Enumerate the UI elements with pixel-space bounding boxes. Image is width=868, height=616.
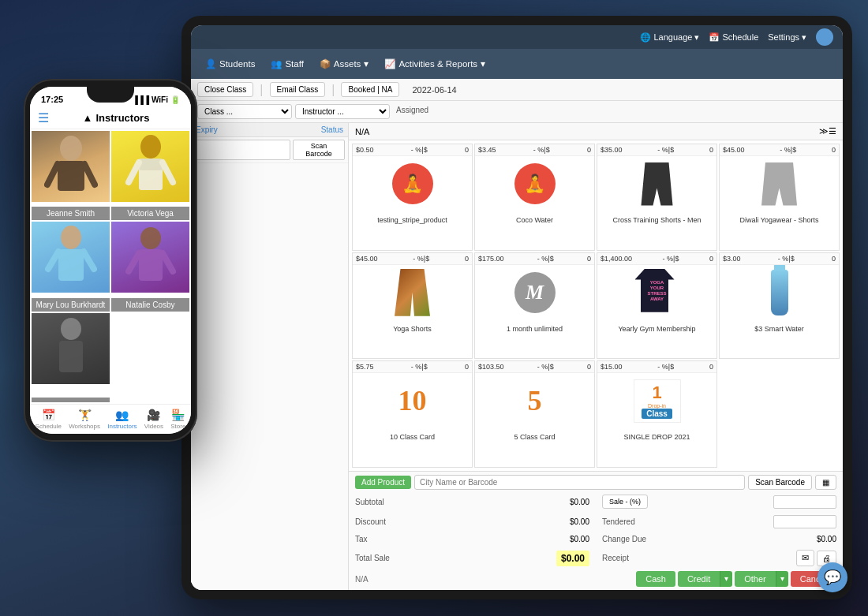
product-price: $35.00 xyxy=(600,146,623,154)
chevron-down-icon: ▾ xyxy=(802,32,806,43)
phone-time: 17:25 xyxy=(41,95,63,104)
credit-arrow[interactable]: ▾ xyxy=(720,571,732,587)
instructor-card[interactable] xyxy=(32,313,110,402)
svg-point-13 xyxy=(58,259,71,278)
nav-students[interactable]: 👤 Students xyxy=(197,54,263,74)
discount-value: $0.00 xyxy=(570,517,589,526)
add-product-button[interactable]: Add Product xyxy=(355,476,411,489)
shorts-image xyxy=(638,162,677,206)
product-card[interactable]: $3.00 - %|$ 0 $3 Smart Water xyxy=(719,252,840,360)
product-card[interactable]: $15.00 - %|$ 0 1 Drop-in Class xyxy=(597,360,717,468)
tendered-label: Tendered xyxy=(602,517,635,526)
product-search-input[interactable] xyxy=(414,475,745,490)
yoga-shorts-image xyxy=(393,269,432,316)
instructor-card[interactable]: Victoria Vega xyxy=(111,131,189,220)
phone-search-input[interactable] xyxy=(194,140,290,160)
product-image: 🧘 xyxy=(353,156,472,211)
subtotal-label: Subtotal xyxy=(355,498,384,506)
product-qty: 0 xyxy=(832,146,836,154)
language-menu[interactable]: 🌐 Language ▾ xyxy=(640,32,699,43)
product-card[interactable]: $45.00 - %|$ 0 Yoga Shorts xyxy=(352,252,473,360)
svg-line-3 xyxy=(84,164,95,185)
svg-line-17 xyxy=(163,253,173,271)
chevron-down-icon: ▾ xyxy=(481,58,485,69)
instructor-select[interactable]: Instructor ... xyxy=(295,104,390,119)
class-select[interactable]: Class ... xyxy=(197,104,292,119)
nav-label: Store xyxy=(170,423,185,430)
email-class-button[interactable]: Email Class xyxy=(270,82,326,97)
nav-activities[interactable]: 📈 Activities & Reports ▾ xyxy=(376,54,493,74)
product-card[interactable]: $1,400.00 - %|$ 0 YOGAYOURSTRESSAWAY Y xyxy=(597,252,717,360)
total-value: $0.00 xyxy=(556,551,589,566)
other-arrow[interactable]: ▾ xyxy=(776,571,788,587)
tax-label: Tax xyxy=(355,535,368,543)
product-card[interactable]: $35.00 - %|$ 0 Cross Training Shorts - M… xyxy=(597,144,717,251)
hamburger-icon[interactable]: ☰ xyxy=(38,110,49,125)
nav-workshops[interactable]: 🏋 Workshops xyxy=(69,409,100,430)
chat-icon: 💬 xyxy=(824,569,841,586)
cash-button[interactable]: Cash xyxy=(636,571,675,587)
chevron-down-icon: ▾ xyxy=(364,58,369,69)
pos-search-row: Add Product Scan Barcode ▦ xyxy=(355,475,836,490)
nav-store[interactable]: 🏪 Store xyxy=(170,409,185,430)
product-card[interactable]: $0.50 - %|$ 0 🧘 testing_stripe_product xyxy=(352,144,473,251)
nav-assets[interactable]: 📦 Assets ▾ xyxy=(312,54,377,74)
chevron-down-icon: ▾ xyxy=(694,32,699,43)
instructor-name xyxy=(32,398,110,402)
student-list xyxy=(191,163,348,590)
instructor-image xyxy=(32,313,110,384)
instructor-name: Natalie Cosby xyxy=(111,298,189,312)
product-name: Cross Training Shorts - Men xyxy=(597,211,716,229)
total-label: Total Sale xyxy=(355,554,390,562)
product-price: $45.00 xyxy=(723,146,745,154)
product-name: SINGLE DROP 2021 xyxy=(597,428,716,446)
phone-notch xyxy=(87,87,134,103)
booked-button[interactable]: Booked | NA xyxy=(341,82,399,97)
product-card[interactable]: $103.50 - %|$ 0 5 5 Class Card xyxy=(474,360,595,468)
product-card[interactable]: $3.45 - %|$ 0 🧘 Coco Water xyxy=(474,144,595,251)
nav-staff[interactable]: 👥 Staff xyxy=(263,54,311,74)
change-due-label: Change Due xyxy=(602,535,646,543)
barcode-icon-button[interactable]: ▦ xyxy=(815,475,836,490)
svg-rect-1 xyxy=(58,161,84,191)
pos-fields: Subtotal $0.00 Sale - (%) Discount $0.00 xyxy=(355,493,836,568)
nav-instructors[interactable]: 👥 Instructors xyxy=(107,409,137,430)
chat-bubble-button[interactable]: 💬 xyxy=(817,562,847,592)
schedule-menu[interactable]: 📅 Schedule xyxy=(709,32,758,43)
nav-label: Schedule xyxy=(36,423,62,430)
credit-button[interactable]: Credit xyxy=(678,571,720,587)
tendered-input[interactable] xyxy=(773,515,836,528)
sale-btn[interactable]: Sale - (%) xyxy=(602,495,648,509)
instructor-card[interactable]: Jeanne Smith xyxy=(32,131,110,220)
product-card[interactable]: $45.00 - %|$ 0 Diwali Yogawear - Shorts xyxy=(719,144,840,251)
instructor-card[interactable]: Natalie Cosby xyxy=(111,222,189,311)
nav-schedule[interactable]: 📅 Schedule xyxy=(36,409,62,430)
svg-rect-15 xyxy=(139,249,163,281)
user-avatar[interactable] xyxy=(816,28,833,46)
close-class-button[interactable]: Close Class xyxy=(197,82,253,97)
products-area: N/A ≫☰ $0.50 - %|$ 0 xyxy=(349,123,843,590)
assigned-label: Assigned xyxy=(393,104,432,119)
sale-input[interactable] xyxy=(773,495,836,509)
instructor-card[interactable]: Mary Lou Burkhardt xyxy=(32,222,110,311)
status-label: Status xyxy=(321,125,343,134)
other-button[interactable]: Other xyxy=(735,571,776,587)
product-qty: 0 xyxy=(465,146,469,154)
tablet-screen: 🌐 Language ▾ 📅 Schedule Settings ▾ 👤 Stu… xyxy=(191,25,843,590)
email-receipt-button[interactable]: ✉ xyxy=(796,550,814,566)
product-card[interactable]: $5.75 - %|$ 0 10 10 Class Card xyxy=(352,360,473,468)
product-card[interactable]: $175.00 - %|$ 0 M 1 month unlimited xyxy=(474,252,595,360)
nav-videos[interactable]: 🎥 Videos xyxy=(144,409,163,430)
scan-barcode-button[interactable]: Scan Barcode xyxy=(748,475,812,490)
product-image xyxy=(353,265,472,320)
phone-nav-bar: ☰ ▲ Instructors xyxy=(30,107,191,129)
product-name: testing_stripe_product xyxy=(353,211,472,229)
product-price: $3.45 xyxy=(478,146,496,154)
product-discount: - %|$ xyxy=(657,363,674,371)
scan-barcode-button[interactable]: Scan Barcode xyxy=(293,140,345,160)
product-discount: - %|$ xyxy=(537,255,554,263)
product-price: $3.00 xyxy=(723,255,741,263)
schedule-label: Schedule xyxy=(722,32,758,42)
settings-label: Settings xyxy=(768,32,799,42)
settings-menu[interactable]: Settings ▾ xyxy=(768,32,806,43)
